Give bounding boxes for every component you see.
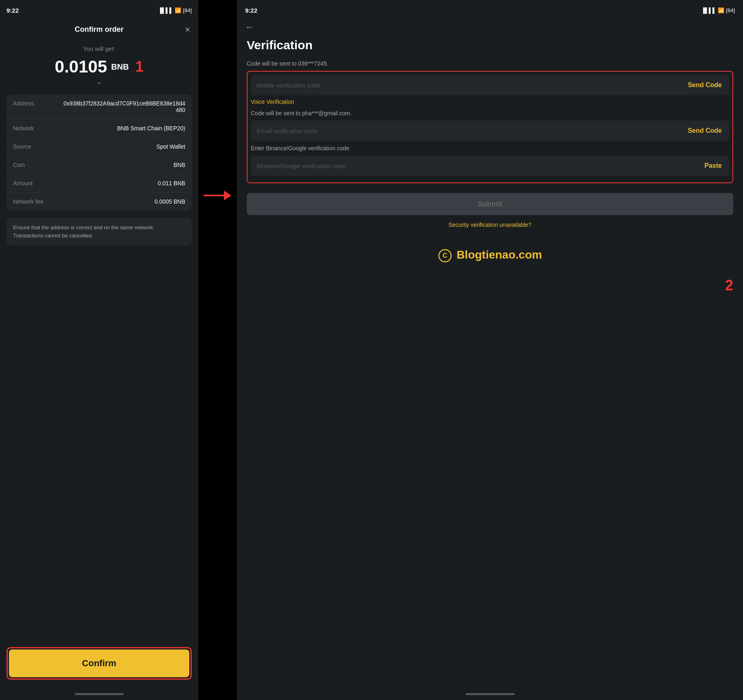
network-value: BNB Smart Chain (BEP20)	[117, 125, 185, 132]
amount-value: 0.0105	[55, 57, 107, 77]
amount-row: 0.0105 BNB 1	[0, 55, 198, 78]
approx-label: ≈	[0, 78, 198, 91]
time-left: 9:22	[7, 7, 19, 14]
mobile-input-row: Send Code	[251, 75, 729, 95]
status-icons-left: ▐▌▌▌ 📶 [84]	[158, 7, 192, 13]
google-section-label: Enter Binance/Google verification code	[251, 145, 729, 151]
status-bar-right: 9:22 ▐▌▌▌ 📶 [84]	[237, 0, 743, 20]
confirm-order-title: Confirm order	[75, 25, 123, 34]
fee-label: Network fee	[13, 198, 50, 205]
email-code-input[interactable]	[251, 121, 680, 141]
signal-icon: ▐▌▌▌	[158, 7, 173, 13]
status-icons-right: ▐▌▌▌ 📶 [84]	[701, 7, 735, 13]
paste-button[interactable]: Paste	[697, 156, 729, 176]
verification-form: Code will be sent to 036***7245. Send Co…	[237, 60, 743, 700]
email-input-row: Send Code	[251, 121, 729, 141]
coin-row: Coin BNB	[7, 156, 192, 174]
wifi-icon: 📶	[175, 7, 181, 13]
confirm-button[interactable]: Confirm	[9, 650, 189, 677]
security-verification-link[interactable]: Security verification unavailable?	[247, 222, 733, 228]
back-button[interactable]: ←	[245, 19, 257, 35]
amount-detail-value: 0.011 BNB	[158, 180, 185, 187]
address-value: 0x938b37f2832A9acd7C0F91ceB6BE838e18d448…	[63, 100, 185, 113]
you-will-get-label: You will get:	[0, 39, 198, 55]
right-panel: 9:22 ▐▌▌▌ 📶 [84] ← Verification Code wil…	[237, 0, 743, 700]
svg-text:C: C	[443, 252, 447, 259]
warning-text: Ensure that the address is correct and o…	[13, 224, 155, 239]
email-section-label: Code will be sent to pha***@gmail.com.	[251, 110, 729, 116]
address-label: Address	[13, 100, 50, 107]
source-label: Source	[13, 143, 50, 150]
coin-label: Coin	[13, 162, 50, 168]
center-arrow-area	[198, 0, 237, 700]
time-right: 9:22	[245, 7, 257, 14]
highlight-box: Send Code Voice Verification Code will b…	[247, 71, 733, 183]
warning-box: Ensure that the address is correct and o…	[7, 218, 192, 245]
email-send-code-button[interactable]: Send Code	[680, 121, 729, 141]
home-indicator-left	[75, 693, 124, 695]
submit-button[interactable]: Submit	[247, 193, 733, 215]
left-panel: 9:22 ▐▌▌▌ 📶 [84] Confirm order × You wil…	[0, 0, 198, 700]
step-number-1: 1	[135, 58, 143, 75]
google-code-input[interactable]	[251, 156, 697, 176]
confirm-btn-wrapper: Confirm	[7, 647, 192, 680]
amount-coin: BNB	[111, 62, 129, 72]
watermark-area: C Blogtienao.com	[247, 248, 733, 263]
amount-label: Amount	[13, 180, 50, 187]
amount-detail-row: Amount 0.011 BNB	[7, 174, 192, 193]
battery-right-icon: [84]	[726, 7, 735, 13]
google-input-row: Paste	[251, 156, 729, 176]
voice-verification-link[interactable]: Voice Verification	[251, 99, 729, 105]
battery-icon: [84]	[183, 7, 192, 13]
source-value: Spot Wallet	[156, 143, 185, 150]
fee-value: 0.0005 BNB	[155, 198, 186, 205]
details-table: Address 0x938b37f2832A9acd7C0F91ceB6BE83…	[7, 94, 192, 211]
mobile-send-code-button[interactable]: Send Code	[680, 75, 729, 95]
watermark-text: C Blogtienao.com	[438, 248, 542, 261]
network-row: Network BNB Smart Chain (BEP20)	[7, 119, 192, 138]
right-arrow-icon	[204, 187, 232, 204]
status-bar-left: 9:22 ▐▌▌▌ 📶 [84]	[0, 0, 198, 20]
confirm-btn-container: Confirm	[7, 647, 192, 680]
left-header: Confirm order ×	[0, 20, 198, 39]
step-number-2: 2	[725, 277, 733, 294]
wifi-right-icon: 📶	[718, 7, 724, 13]
copyright-icon: C	[438, 249, 452, 263]
verification-title: Verification	[237, 34, 743, 60]
mobile-section-label: Code will be sent to 036***7245.	[247, 60, 733, 67]
signal-right-icon: ▐▌▌▌	[701, 7, 716, 13]
mobile-code-input[interactable]	[251, 75, 680, 95]
close-button[interactable]: ×	[185, 24, 190, 35]
coin-value: BNB	[173, 162, 185, 168]
home-indicator-right	[466, 693, 515, 695]
address-row: Address 0x938b37f2832A9acd7C0F91ceB6BE83…	[7, 94, 192, 119]
fee-row: Network fee 0.0005 BNB	[7, 193, 192, 211]
source-row: Source Spot Wallet	[7, 138, 192, 156]
network-label: Network	[13, 125, 50, 132]
back-row: ←	[237, 20, 743, 34]
svg-marker-1	[224, 191, 231, 200]
